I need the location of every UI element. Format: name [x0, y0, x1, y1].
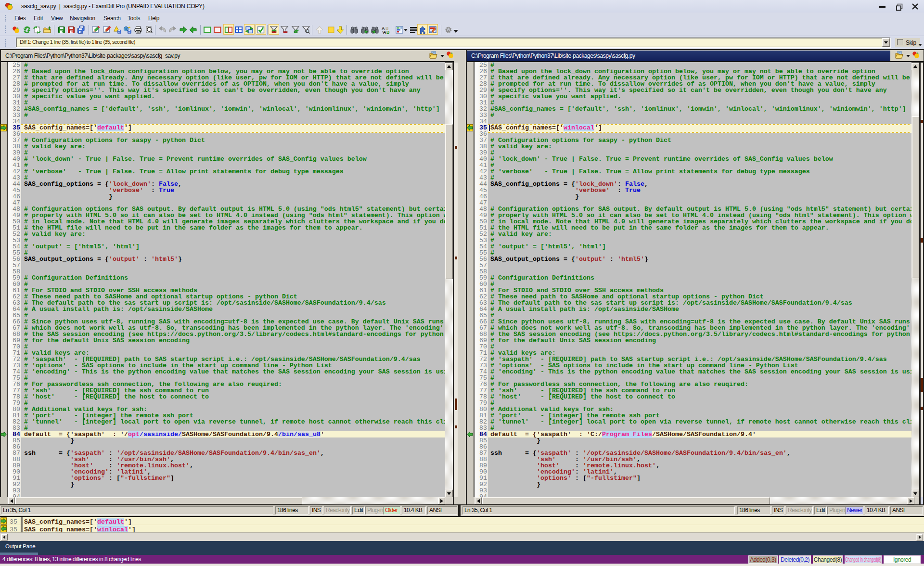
svg-text:A: A	[383, 30, 386, 35]
svg-text:B: B	[386, 30, 390, 35]
